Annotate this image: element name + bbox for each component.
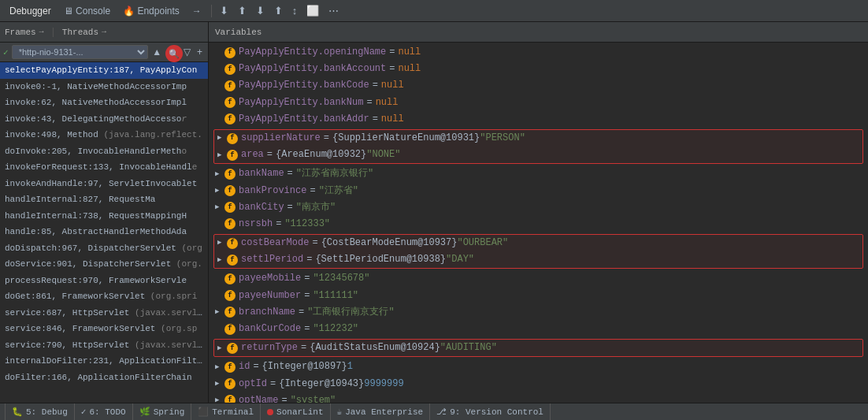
collapse-arrow[interactable]: ▶	[215, 185, 224, 196]
stack-frame-6[interactable]: invokeForRequest:133, InvocableHandle	[0, 159, 208, 176]
var-opt-id[interactable]: ▶ f optId = {Integer@10943} 9999999	[209, 376, 868, 392]
stack-frame-17[interactable]: service:790, HttpServlet (javax.servlet.…	[0, 337, 208, 354]
var-supplier-nature[interactable]: ▶ f supplierNature = {SupplierNatureEnum…	[214, 130, 862, 147]
stack-frame-7[interactable]: invokeAndHandle:97, ServletInvocablet	[0, 176, 208, 192]
var-eq: =	[324, 131, 329, 146]
evaluate-btn[interactable]: ↕	[289, 4, 301, 17]
var-icon-f: f	[224, 290, 236, 301]
stack-frame-2[interactable]: invoke:62, NativeMethodAccessorImpl	[0, 95, 208, 111]
stack-frame-9[interactable]: handleInternal:738, RequestMappingH	[0, 208, 208, 225]
frames-arrow[interactable]: →	[39, 28, 44, 36]
var-branch-name[interactable]: ▶ f branchName = "工商银行南京支行"	[209, 304, 868, 321]
var-opt-name[interactable]: ▶ f optName = "system"	[209, 392, 868, 403]
bug-icon: 🐛	[12, 407, 23, 417]
add-btn[interactable]: +	[195, 46, 205, 58]
var-opening-name[interactable]: f PayApplyEntity.openingName = null	[209, 44, 868, 61]
console-tab[interactable]: 🖥 Console	[59, 4, 115, 18]
var-return-type[interactable]: ▶ f returnType = {AuditStatusEnum@10924}…	[214, 340, 862, 356]
var-name: branchName	[239, 305, 295, 320]
var-eq: =	[312, 236, 317, 251]
settings-btn[interactable]: ⋯	[325, 4, 342, 17]
stack-frame-1[interactable]: invoke0:-1, NativeMethodAccessorImp	[0, 79, 208, 95]
thread-select[interactable]: *http-nio-9131-...	[12, 45, 149, 59]
stack-frame-18[interactable]: internalDoFilter:231, ApplicationFilterC…	[0, 353, 208, 370]
status-debug[interactable]: 🐛 5: Debug	[5, 403, 75, 420]
run-to-cursor-btn[interactable]: ⬆	[271, 4, 286, 17]
collapse-arrow[interactable]: ▶	[217, 343, 227, 354]
debugger-tab[interactable]: Debugger	[5, 4, 56, 18]
var-bank-name[interactable]: ▶ f bankName = "江苏省南京银行"	[209, 165, 868, 182]
status-todo[interactable]: ✓ 6: TODO	[75, 403, 133, 420]
var-name: returnType	[241, 340, 298, 355]
var-name: id	[239, 359, 250, 374]
stack-frame-5[interactable]: doInvoke:205, InvocableHandlerMetho	[0, 143, 208, 160]
var-icon-f: f	[224, 113, 236, 125]
spring-icon: 🌿	[139, 407, 150, 417]
status-java-enterprise[interactable]: ☕ Java Enterprise	[331, 403, 431, 420]
var-bank-addr[interactable]: f PayApplyEntity.bankAddr = null	[209, 111, 868, 128]
stack-frame-3[interactable]: invoke:43, DelegatingMethodAccessor	[0, 111, 208, 128]
search-overlay[interactable]: 🔍	[165, 45, 183, 62]
stack-list[interactable]: selectPayApplyEntity:187, PayApplyCon in…	[0, 62, 208, 403]
collapse-arrow[interactable]: ▶	[215, 307, 224, 318]
collapse-arrow[interactable]: ▶	[215, 202, 224, 213]
stack-frame-8[interactable]: handleInternal:827, RequestMa	[0, 191, 208, 208]
var-eq: =	[304, 288, 310, 303]
var-cost-bear-mode[interactable]: ▶ f costBearMode = {CostBearModeEnum@109…	[214, 235, 862, 251]
var-val: "112232"	[313, 322, 358, 336]
var-nsrsbh[interactable]: f nsrsbh = "112333"	[209, 216, 868, 232]
filter-btn[interactable]: ▽	[181, 46, 193, 58]
threads-arrow[interactable]: →	[102, 28, 106, 36]
var-eq: =	[299, 305, 304, 320]
collapse-arrow[interactable]: ▶	[217, 255, 227, 266]
more-tabs-btn[interactable]: →	[187, 4, 206, 18]
collapse-arrow[interactable]: ▶	[215, 378, 224, 389]
var-payee-mobile[interactable]: f payeeMobile = "12345678"	[209, 270, 868, 287]
status-sonar[interactable]: SonarLint	[261, 403, 330, 420]
stack-frame-11[interactable]: doDispatch:967, DispatcherServlet (org	[0, 240, 208, 257]
var-name: PayApplyEntity.bankNum	[239, 95, 363, 110]
var-area[interactable]: ▶ f area = {AreaEnum@10932} "NONE"	[214, 147, 862, 163]
var-val-str: "NONE"	[366, 147, 400, 162]
step-over-btn[interactable]: ⬇	[217, 4, 232, 17]
status-version-control[interactable]: ⎇ 9: Version Control	[430, 403, 551, 420]
var-bank-cur-code[interactable]: f bankCurCode = "112232"	[209, 321, 868, 337]
var-bank-province[interactable]: ▶ f bankProvince = "江苏省"	[209, 183, 868, 199]
variables-list[interactable]: f PayApplyEntity.openingName = null f Pa…	[209, 43, 868, 403]
collapse-arrow[interactable]: ▶	[217, 150, 227, 161]
stack-frame-16[interactable]: service:846, FrameworkServlet (org.sp	[0, 321, 208, 337]
stack-frame-0[interactable]: selectPayApplyEntity:187, PayApplyCon	[0, 62, 208, 79]
stack-frame-4[interactable]: invoke:498, Method (java.lang.reflect.	[0, 127, 208, 143]
layout-btn[interactable]: ⬜	[303, 4, 322, 17]
step-into-btn[interactable]: ⬆	[235, 4, 250, 17]
step-out-btn[interactable]: ⬇	[253, 4, 268, 17]
var-payee-number[interactable]: f payeeNumber = "111111"	[209, 288, 868, 304]
stack-frame-15[interactable]: service:687, HttpServlet (javax.servlet.…	[0, 305, 208, 322]
var-bank-city[interactable]: ▶ f bankCity = "南京市"	[209, 199, 868, 216]
stack-frame-14[interactable]: doGet:861, FrameworkServlet (org.spri	[0, 288, 208, 305]
stack-frame-12[interactable]: doService:901, DispatcherServlet (org.	[0, 256, 208, 273]
status-terminal[interactable]: ⬛ Terminal	[191, 403, 261, 420]
status-spring[interactable]: 🌿 Spring	[133, 403, 192, 420]
stack-frame-10[interactable]: handle:85, AbstractHandlerMethodAda	[0, 224, 208, 240]
collapse-arrow[interactable]: ▶	[217, 132, 227, 143]
stack-frame-13[interactable]: processRequest:970, FrameworkServle	[0, 273, 208, 289]
var-bank-num[interactable]: f PayApplyEntity.bankNum = null	[209, 95, 868, 111]
var-id[interactable]: ▶ f id = {Integer@10897} 1	[209, 359, 868, 375]
var-val: "工商银行南京支行"	[307, 305, 394, 320]
status-bar: 🐛 5: Debug ✓ 6: TODO 🌿 Spring ⬛ Terminal…	[0, 403, 868, 420]
var-bank-account[interactable]: f PayApplyEntity.bankAccount = null	[209, 61, 868, 77]
var-icon-f: f	[224, 80, 236, 91]
collapse-arrow[interactable]: ▶	[217, 237, 227, 248]
var-eq: =	[287, 200, 293, 215]
collapse-arrow[interactable]: ▶	[215, 395, 224, 403]
endpoints-tab[interactable]: 🔥 Endpoints	[118, 4, 184, 18]
vars-header: Variables	[209, 22, 868, 43]
collapse-arrow[interactable]: ▶	[215, 362, 224, 373]
var-bank-code[interactable]: f PayApplyEntity.bankCode = null	[209, 77, 868, 94]
move-up-btn[interactable]: ▲	[150, 46, 164, 58]
stack-frame-19[interactable]: doFilter:166, ApplicationFilterChain	[0, 370, 208, 386]
var-settl-period[interactable]: ▶ f settlPeriod = {SettlPeriodEnum@10938…	[214, 251, 862, 268]
main-layout: Frames → | Threads → ✓ *http-nio-9131-..…	[0, 22, 868, 403]
collapse-arrow[interactable]: ▶	[215, 169, 224, 180]
